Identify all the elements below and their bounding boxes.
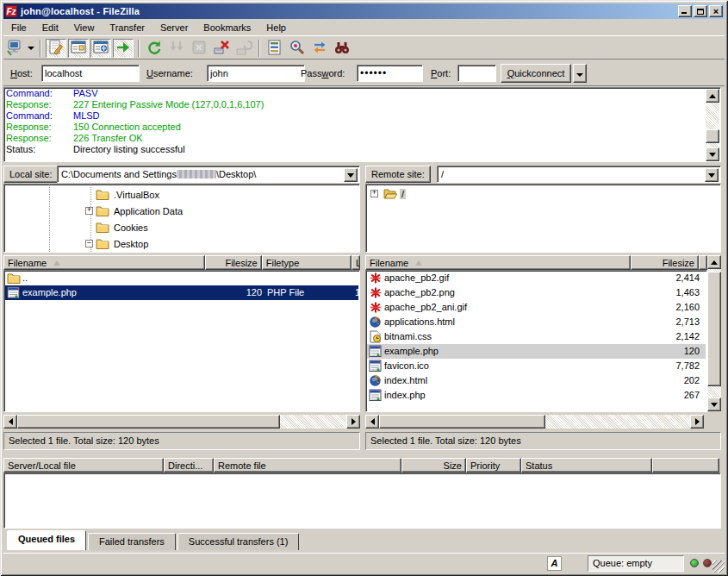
file-row-apache-pb2-gif[interactable]: apache_pb2.gif2,414 [367,271,706,285]
column-header-filesize[interactable]: Filesize [205,255,262,270]
file-row-index-html[interactable]: index.html202 [367,373,706,388]
minimize-button[interactable] [678,5,692,17]
column-header-filetype[interactable]: Filetype [262,255,352,270]
expand-icon[interactable]: + [85,207,93,215]
reconnect-button[interactable] [233,39,254,58]
file-row-example-php[interactable]: example.php120PHP File1 [5,285,358,300]
scroll-left-button[interactable] [3,415,17,429]
log-text: Directory listing successful [73,144,185,155]
tab-failed-transfers[interactable]: Failed transfers [88,533,176,550]
menu-edit[interactable]: Edit [34,21,66,35]
compare-directories-icon [289,39,306,58]
local-site-dropdown-button[interactable] [344,168,358,182]
menu-transfer[interactable]: Transfer [102,21,152,35]
toggle-message-log-button[interactable] [46,39,66,58]
log-text: MLSD [73,110,100,122]
port-field[interactable] [457,65,496,82]
log-prefix: Status: [6,144,73,155]
maximize-button[interactable] [694,5,707,17]
column-header-l[interactable]: L [352,255,360,270]
column-header-directi[interactable]: Directi... [164,458,214,473]
column-header-col6[interactable] [652,458,719,473]
transfer-type-indicator[interactable]: A [547,556,562,571]
tree-item-virtualbox[interactable]: .VirtualBox [85,187,161,202]
column-header-status[interactable]: Status [521,458,652,473]
scroll-left-button[interactable] [365,415,379,429]
scroll-down-button[interactable] [707,398,721,411]
column-header-filename[interactable]: Filename [3,255,205,270]
site-manager-dropdown-button[interactable] [26,39,36,58]
column-header-col2[interactable] [699,255,707,270]
tree-item-root[interactable]: +/ [370,186,406,201]
site-manager-button[interactable] [4,39,25,58]
transfer-queue-body[interactable] [3,473,721,529]
username-field[interactable] [207,65,305,82]
local-path-suffix: \Desktop\ [216,169,256,179]
tab-successful-transfers-1[interactable]: Successful transfers (1) [177,533,300,550]
remote-site-combobox[interactable]: / [437,166,721,183]
menu-file[interactable]: File [3,21,34,35]
toggle-transfer-queue-button[interactable] [113,39,134,58]
remote-file-list-header: FilenameFilesize [365,255,707,270]
apache-file-icon [369,301,383,314]
local-site-combobox[interactable]: C:\Documents and Settings\Desktop\ [57,166,360,183]
toggle-remote-tree-button[interactable] [90,39,111,58]
tree-item-cookies[interactable]: Cookies [85,220,150,235]
scroll-thumb[interactable] [706,129,719,143]
synchronized-browsing-button[interactable] [309,39,330,58]
scroll-right-button[interactable] [346,415,360,429]
password-field[interactable] [357,65,423,82]
remote-site-dropdown-button[interactable] [705,168,719,182]
host-field[interactable] [41,65,140,82]
menu-view[interactable]: View [66,21,103,35]
tree-item-desktop[interactable]: −Desktop [85,236,150,251]
column-header-filesize[interactable]: Filesize [631,255,699,270]
quickconnect-button[interactable]: Quickconnect [501,64,571,83]
scroll-down-button[interactable] [706,147,719,161]
menu-server[interactable]: Server [152,21,196,35]
disconnect-button[interactable] [211,39,232,58]
file-row-apache-pb2-ani-gif[interactable]: apache_pb2_ani.gif2,160 [367,300,706,315]
cancel-operation-button[interactable] [189,39,209,58]
menu-bookmarks[interactable]: Bookmarks [196,21,258,35]
scroll-thumb[interactable] [707,272,721,386]
collapse-icon[interactable]: − [85,240,93,247]
file-row-example-php[interactable]: example.php120 [367,344,706,359]
file-size-cell: 2,414 [625,271,700,285]
compare-directories-button[interactable] [287,39,308,58]
column-header-remote-file[interactable]: Remote file [214,458,401,473]
scroll-up-button[interactable] [707,255,721,269]
host-label: Host: [10,68,33,78]
expand-icon[interactable]: + [370,190,378,197]
title-bar[interactable]: Fz john@localhost - FileZilla × [3,3,725,19]
column-header-priority[interactable]: Priority [466,458,521,473]
file-row-applications-html[interactable]: applications.html2,713 [367,315,706,329]
scroll-thumb[interactable] [17,415,280,429]
process-queue-button[interactable] [166,39,187,58]
close-button[interactable]: × [709,5,723,17]
menu-help[interactable]: Help [258,21,294,35]
tree-item-application-data[interactable]: +Application Data [85,203,184,218]
file-row-apache-pb2-png[interactable]: apache_pb2.png1,463 [367,285,706,300]
scroll-thumb[interactable] [379,415,545,429]
queue-size-indicator: Queue: empty [588,555,684,572]
toggle-local-tree-button[interactable] [68,39,89,58]
quickconnect-dropdown-button[interactable] [573,64,587,83]
scroll-right-button[interactable] [690,415,704,429]
file-row-favicon-ico[interactable]: favicon.ico7,782 [367,359,706,373]
refresh-button[interactable] [144,39,165,58]
scroll-up-button[interactable] [706,89,719,103]
tab-queued-files[interactable]: Queued files [7,530,86,550]
find-files-button[interactable] [332,39,352,58]
file-row-index-php[interactable]: index.php267 [367,388,706,403]
column-header-server-local-file[interactable]: Server/Local file [3,458,164,473]
window-title: john@localhost - FileZilla [21,6,676,16]
file-row-[interactable]: .. [5,271,358,285]
resize-grip[interactable] [712,560,725,573]
file-row-bitnami-css[interactable]: bitnami.css2,142 [367,329,706,344]
column-header-filename[interactable]: Filename [365,255,631,270]
tree-item-label: .VirtualBox [112,190,161,200]
quickconnect-bar: Host:Username:Password:Port:Quickconnect [3,60,725,86]
column-header-size[interactable]: Size [401,458,466,473]
directory-listing-filters-button[interactable] [264,39,285,58]
